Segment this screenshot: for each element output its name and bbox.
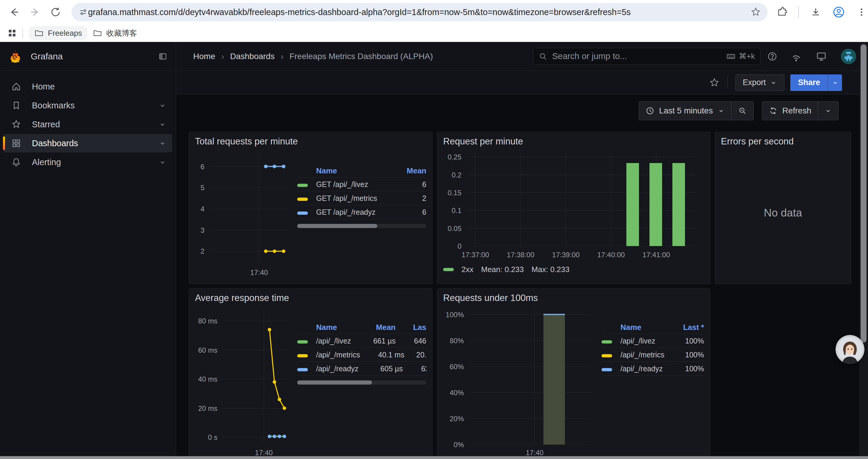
- kiosk-monitor-icon[interactable]: [815, 51, 827, 62]
- divider: [23, 28, 23, 38]
- chevron-down-icon[interactable]: [159, 121, 166, 128]
- legend-row[interactable]: GET /api/_/readyz 6: [297, 205, 426, 219]
- legend-row[interactable]: GET /api/_/livez 6: [297, 177, 426, 191]
- requests-under-100ms-chart[interactable]: 0%20%40%60%80%100%17:40: [443, 304, 597, 458]
- time-controls-bar: Last 5 minutes Refresh: [176, 95, 859, 127]
- avg-response-time-chart[interactable]: 0 s20 ms40 ms60 ms80 ms17:40: [195, 304, 292, 458]
- bookmarks-bar: Freeleaps 收藏博客: [0, 24, 868, 42]
- search-shortcut: ⌘+k: [726, 52, 755, 61]
- scrollbar-thumb[interactable]: [861, 44, 867, 342]
- legend-header-name[interactable]: Name: [316, 166, 394, 175]
- series-color-pill: [297, 211, 308, 215]
- legend-row[interactable]: /api/_/readyz 100%: [601, 362, 704, 376]
- search-box[interactable]: ⌘+k: [533, 48, 761, 65]
- legend[interactable]: 2xx Mean: 0.233 Max: 0.233: [443, 265, 704, 274]
- svg-text:2: 2: [200, 247, 205, 255]
- time-range-picker[interactable]: Last 5 minutes: [639, 102, 731, 120]
- sidebar-item-home[interactable]: Home: [4, 77, 172, 96]
- apps-grid-icon[interactable]: [7, 28, 17, 38]
- svg-text:0.25: 0.25: [447, 153, 462, 161]
- bell-icon: [11, 157, 21, 167]
- legend-row[interactable]: /api/_/metrics 40.1 ms 20.5 r: [297, 348, 426, 362]
- site-settings-icon[interactable]: [78, 7, 88, 17]
- share-button[interactable]: Share: [790, 74, 828, 91]
- refresh-button[interactable]: Refresh: [762, 102, 818, 120]
- legend-table: Name Mean Las /api/_/livez 661 µs 646: [297, 321, 426, 458]
- favorite-star-icon[interactable]: [709, 77, 720, 88]
- divider: [727, 77, 728, 89]
- legend-header-last[interactable]: Last *: [665, 323, 704, 332]
- browser-back-button[interactable]: [8, 6, 21, 19]
- browser-reload-button[interactable]: [49, 6, 62, 19]
- legend-row[interactable]: GET /api/_/metrics 2: [297, 191, 426, 205]
- svg-text:17:40: 17:40: [255, 449, 273, 457]
- breadcrumb: Home › Dashboards › Freeleaps Metrics Da…: [176, 52, 533, 61]
- bookmark-star-icon[interactable]: [750, 7, 761, 18]
- svg-text:3: 3: [200, 226, 205, 234]
- legend-header-mean[interactable]: Mean: [394, 166, 426, 175]
- svg-text:17:40: 17:40: [250, 268, 268, 276]
- panel-title[interactable]: Requests under 100ms: [443, 292, 704, 304]
- extensions-icon[interactable]: [776, 7, 787, 18]
- search-input[interactable]: [552, 52, 726, 61]
- assistant-avatar[interactable]: [836, 335, 864, 364]
- svg-text:6: 6: [200, 163, 205, 171]
- panel-title[interactable]: Request per minute: [443, 136, 704, 148]
- sidebar-item-alerting[interactable]: Alerting: [4, 153, 172, 171]
- legend-scrollbar[interactable]: [297, 381, 426, 385]
- bookmark-folder-blogs[interactable]: 收藏博客: [88, 26, 143, 41]
- breadcrumb-dashboards[interactable]: Dashboards: [230, 52, 275, 61]
- legend-row[interactable]: /api/_/livez 100%: [601, 334, 704, 348]
- profile-icon[interactable]: [833, 6, 845, 18]
- svg-text:17:40: 17:40: [526, 449, 544, 457]
- news-rss-icon[interactable]: [791, 51, 802, 62]
- series-color-pill: [601, 368, 612, 371]
- zoom-out-button[interactable]: [732, 102, 753, 120]
- chevron-down-icon[interactable]: [159, 158, 166, 166]
- share-menu-button[interactable]: [828, 74, 842, 91]
- panel-title[interactable]: Average response time: [195, 292, 426, 304]
- chevron-down-icon[interactable]: [159, 139, 166, 147]
- export-button[interactable]: Export: [735, 74, 784, 91]
- legend-row[interactable]: /api/_/metrics 100%: [601, 348, 704, 362]
- star-icon: [11, 119, 21, 129]
- address-bar[interactable]: [71, 3, 768, 21]
- total-requests-chart[interactable]: 2345617:40: [195, 148, 292, 278]
- refresh-interval-button[interactable]: [818, 102, 838, 120]
- bookmark-folder-freeleaps[interactable]: Freeleaps: [29, 26, 88, 40]
- svg-text:40%: 40%: [450, 389, 464, 397]
- svg-text:100%: 100%: [446, 311, 464, 319]
- user-avatar[interactable]: [841, 49, 856, 64]
- sidebar-item-bookmarks[interactable]: Bookmarks: [4, 96, 172, 114]
- grafana-logo-icon[interactable]: [8, 49, 23, 64]
- chevron-down-icon[interactable]: [159, 102, 166, 109]
- browser-menu-icon[interactable]: [856, 7, 867, 18]
- divider: [798, 6, 799, 18]
- sidebar-item-dashboards[interactable]: Dashboards: [4, 134, 172, 153]
- horizontal-scrollbar[interactable]: [0, 456, 868, 459]
- request-per-minute-chart[interactable]: 00.050.10.150.20.2517:37:0017:38:0017:39…: [443, 148, 704, 260]
- browser-actions: [776, 6, 867, 18]
- series-color-pill: [297, 368, 308, 371]
- grafana-app: Grafana Home › Dashboards › Freeleaps Me…: [0, 42, 868, 459]
- url-input[interactable]: [88, 7, 750, 17]
- legend-header-name[interactable]: Name: [620, 323, 665, 332]
- legend-header-mean[interactable]: Mean: [351, 323, 396, 332]
- legend-scrollbar[interactable]: [297, 224, 426, 228]
- panel-title[interactable]: Total requests per minute: [195, 136, 426, 148]
- panel-errors-per-second: Errors per second No data: [715, 132, 851, 284]
- sidebar-item-starred[interactable]: Starred: [4, 115, 172, 133]
- breadcrumb-home[interactable]: Home: [193, 52, 215, 61]
- legend-header-name[interactable]: Name: [316, 323, 351, 332]
- dock-sidebar-icon[interactable]: [158, 52, 167, 61]
- legend-header-last[interactable]: Las: [396, 323, 426, 332]
- refresh-icon: [769, 106, 778, 115]
- help-icon[interactable]: [767, 51, 778, 62]
- browser-forward-button[interactable]: [28, 6, 41, 19]
- downloads-icon[interactable]: [810, 6, 821, 18]
- panel-title[interactable]: Errors per second: [721, 136, 845, 148]
- legend-row[interactable]: /api/_/livez 661 µs 646: [297, 334, 426, 348]
- legend-row[interactable]: /api/_/readyz 605 µs 620: [297, 362, 426, 376]
- vertical-scrollbar[interactable]: [859, 42, 868, 459]
- brand-block: Grafana: [0, 42, 176, 71]
